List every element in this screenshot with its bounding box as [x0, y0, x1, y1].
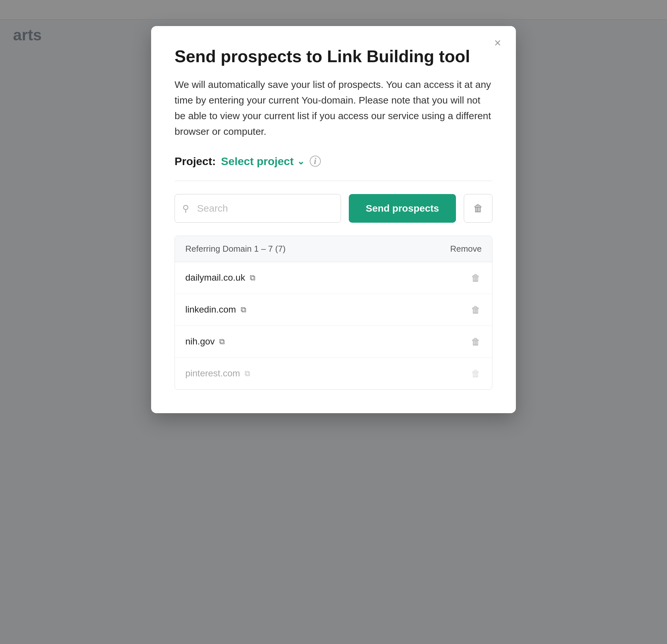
prospects-table: Referring Domain 1 – 7 (7) Remove dailym…	[175, 236, 492, 390]
domain-name: pinterest.com	[185, 368, 240, 379]
modal-title: Send prospects to Link Building tool	[175, 47, 492, 66]
domain-name: linkedin.com	[185, 304, 236, 315]
table-row: linkedin.com ⧉ 🗑	[175, 294, 492, 326]
domain-cell: pinterest.com ⧉	[185, 368, 250, 379]
modal-description: We will automatically save your list of …	[175, 77, 492, 139]
domain-name: dailymail.co.uk	[185, 273, 245, 283]
chevron-down-icon: ⌄	[297, 156, 305, 167]
external-link-icon: ⧉	[245, 369, 250, 378]
project-row: Project: Select project ⌄ i	[175, 155, 492, 168]
row-delete-button[interactable]: 🗑	[470, 303, 482, 316]
table-row: dailymail.co.uk ⧉ 🗑	[175, 262, 492, 294]
domain-cell: dailymail.co.uk ⧉	[185, 273, 255, 283]
row-delete-button[interactable]: 🗑	[470, 335, 482, 348]
table-header-remove: Remove	[450, 244, 482, 254]
project-select-text: Select project	[221, 155, 294, 168]
external-link-icon: ⧉	[250, 273, 255, 282]
close-button[interactable]: ×	[490, 35, 505, 51]
search-wrapper: ⚲	[175, 194, 341, 223]
table-header-domain: Referring Domain 1 – 7 (7)	[185, 244, 286, 254]
external-link-icon: ⧉	[219, 337, 225, 346]
section-divider	[175, 181, 492, 181]
search-icon: ⚲	[182, 203, 189, 214]
modal-overlay: × Send prospects to Link Building tool W…	[0, 0, 667, 644]
table-row: nih.gov ⧉ 🗑	[175, 326, 492, 358]
table-header: Referring Domain 1 – 7 (7) Remove	[175, 236, 492, 262]
search-input[interactable]	[175, 194, 341, 223]
row-delete-button[interactable]: 🗑	[470, 271, 482, 284]
trash-icon: 🗑	[473, 203, 483, 214]
info-icon[interactable]: i	[310, 155, 321, 167]
table-body: dailymail.co.uk ⧉ 🗑 linkedin.com ⧉ 🗑 nih…	[175, 262, 492, 390]
external-link-icon: ⧉	[241, 305, 246, 314]
domain-cell: nih.gov ⧉	[185, 336, 225, 347]
domain-cell: linkedin.com ⧉	[185, 304, 246, 315]
row-delete-button[interactable]: 🗑	[470, 367, 482, 380]
project-select-button[interactable]: Select project ⌄	[221, 155, 305, 168]
domain-name: nih.gov	[185, 336, 215, 347]
action-row: ⚲ Send prospects 🗑	[175, 194, 492, 223]
bulk-delete-button[interactable]: 🗑	[464, 194, 492, 223]
modal-dialog: × Send prospects to Link Building tool W…	[151, 26, 516, 413]
table-row: pinterest.com ⧉ 🗑	[175, 358, 492, 390]
send-prospects-button[interactable]: Send prospects	[349, 194, 456, 223]
project-label: Project:	[175, 155, 216, 168]
